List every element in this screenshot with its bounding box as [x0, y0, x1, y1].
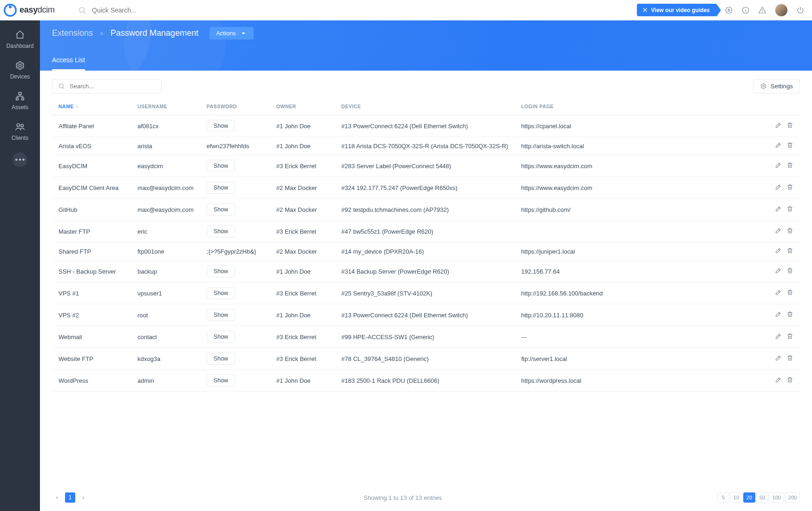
alert-icon[interactable] [758, 6, 766, 14]
cell-device[interactable]: #99 HPE-ACCESS-SW1 (Generic) [335, 326, 515, 348]
edit-icon[interactable] [775, 289, 782, 297]
info-icon[interactable] [741, 6, 750, 14]
col-password[interactable]: PASSWORD [200, 98, 270, 115]
delete-icon[interactable] [786, 183, 793, 192]
col-device[interactable]: DEVICE [335, 98, 515, 115]
settings-button[interactable]: Settings [753, 79, 800, 93]
cell-login[interactable]: https://github.com/ [515, 199, 758, 221]
cell-device[interactable]: #283 Server Label (PowerConnect 5448) [335, 155, 515, 177]
pager-next[interactable]: › [78, 492, 88, 503]
actions-dropdown[interactable]: Actions [210, 27, 254, 39]
edit-icon[interactable] [775, 162, 782, 170]
cell-owner[interactable]: #1 John Doe [270, 261, 335, 282]
page-size-200[interactable]: 200 [785, 492, 800, 503]
col-name[interactable]: NAME↑ [52, 98, 131, 115]
cell-owner[interactable]: #3 Erick Berret [270, 155, 335, 177]
show-password-button[interactable]: Show [207, 331, 235, 343]
cell-name[interactable]: EasyDCIM [52, 155, 131, 177]
cell-name[interactable]: GitHub [52, 199, 131, 221]
video-guides-button[interactable]: View our video guides [637, 4, 716, 16]
cell-device[interactable]: #314 Backup Server (PowerEdge R620) [335, 261, 515, 282]
edit-icon[interactable] [775, 267, 782, 275]
cell-device[interactable]: #118 Arista DCS-7050QX-32S-R (Arista DCS… [335, 137, 515, 155]
col-login[interactable]: LOGIN PAGE [515, 98, 758, 115]
sidebar-item-clients[interactable]: Clients [12, 122, 29, 141]
edit-icon[interactable] [775, 333, 782, 341]
cell-device[interactable]: #47 bw5c55z1 (PowerEdge R620) [335, 221, 515, 242]
edit-icon[interactable] [775, 311, 782, 319]
show-password-button[interactable]: Show [207, 374, 235, 387]
delete-icon[interactable] [786, 267, 793, 275]
cell-login[interactable]: https://cpanel.local [515, 115, 758, 137]
show-password-button[interactable]: Show [207, 160, 235, 172]
cell-owner[interactable]: #2 Max Docker [270, 177, 335, 199]
table-search[interactable] [52, 79, 162, 93]
page-size-100[interactable]: 100 [769, 492, 784, 503]
edit-icon[interactable] [775, 183, 782, 192]
delete-icon[interactable] [786, 247, 793, 256]
global-search-input[interactable] [91, 6, 212, 14]
edit-icon[interactable] [775, 142, 782, 150]
cell-owner[interactable]: #1 John Doe [270, 137, 335, 155]
cell-name[interactable]: Webmail [52, 326, 131, 348]
cell-owner[interactable]: #3 Erick Berret [270, 348, 335, 370]
brand-logo[interactable]: easydcim [4, 4, 73, 17]
table-search-input[interactable] [69, 82, 156, 90]
pager-page-1[interactable]: 1 [65, 492, 75, 503]
edit-icon[interactable] [775, 247, 782, 256]
show-password-button[interactable]: Show [207, 309, 235, 321]
sidebar-item-dashboard[interactable]: Dashboard [7, 30, 34, 49]
delete-icon[interactable] [786, 311, 793, 319]
cell-owner[interactable]: #3 Erick Berret [270, 326, 335, 348]
cell-owner[interactable]: #1 John Doe [270, 370, 335, 392]
cell-name[interactable]: VPS #2 [52, 304, 131, 326]
page-size-50[interactable]: 50 [756, 492, 768, 503]
show-password-button[interactable]: Show [207, 203, 235, 216]
cell-login[interactable]: https://wordpress.local [515, 370, 758, 392]
cell-name[interactable]: Shared FTP [52, 242, 131, 261]
cell-device[interactable]: #183 2500-1 Rack PDU (DELL6606) [335, 370, 515, 392]
pager-prev[interactable]: ‹ [52, 492, 62, 503]
tab-access-list[interactable]: Access List [52, 51, 85, 71]
col-username[interactable]: USERNAME [131, 98, 200, 115]
delete-icon[interactable] [786, 333, 793, 341]
delete-icon[interactable] [786, 376, 793, 385]
cell-login[interactable]: ftp://server1.local [515, 348, 758, 370]
delete-icon[interactable] [786, 227, 793, 236]
sidebar-more-button[interactable]: ••• [13, 152, 27, 167]
cell-login[interactable]: https://www.easydcim.com [515, 177, 758, 199]
cell-name[interactable]: EasyDCIM Client Area [52, 177, 131, 199]
cell-device[interactable]: #25 Sentry3_53a98f (STV-4102K) [335, 282, 515, 304]
cell-device[interactable]: #92 testpdu.tchmachines.com (AP7932) [335, 199, 515, 221]
edit-icon[interactable] [775, 205, 782, 214]
avatar[interactable] [775, 4, 788, 17]
cell-name[interactable]: Master FTP [52, 221, 131, 242]
delete-icon[interactable] [786, 289, 793, 297]
edit-icon[interactable] [775, 122, 782, 130]
cell-owner[interactable]: #2 Max Docker [270, 199, 335, 221]
delete-icon[interactable] [786, 162, 793, 170]
cell-login[interactable] [515, 221, 758, 242]
col-owner[interactable]: OWNER [270, 98, 335, 115]
cell-name[interactable]: Affilate Panel [52, 115, 131, 137]
edit-icon[interactable] [775, 354, 782, 363]
show-password-button[interactable]: Show [207, 120, 235, 132]
show-password-button[interactable]: Show [207, 182, 235, 194]
show-password-button[interactable]: Show [207, 225, 235, 237]
cell-name[interactable]: VPS #1 [52, 282, 131, 304]
cell-owner[interactable]: #3 Erick Berret [270, 221, 335, 242]
cell-owner[interactable]: #1 John Doe [270, 304, 335, 326]
power-icon[interactable] [796, 6, 805, 14]
cell-owner[interactable]: #2 Max Docker [270, 242, 335, 261]
delete-icon[interactable] [786, 205, 793, 214]
cell-name[interactable]: Arista vEOS [52, 137, 131, 155]
edit-icon[interactable] [775, 376, 782, 385]
play-icon[interactable] [725, 6, 733, 14]
page-size-20[interactable]: 20 [743, 492, 755, 503]
breadcrumb-extensions[interactable]: Extensions [52, 28, 93, 38]
show-password-button[interactable]: Show [207, 287, 235, 299]
cell-device[interactable]: #78 CL_39764_S4810 (Generic) [335, 348, 515, 370]
sidebar-item-assets[interactable]: Assets [12, 91, 28, 111]
edit-icon[interactable] [775, 227, 782, 236]
cell-login[interactable]: http://arista-switch.local [515, 137, 758, 155]
